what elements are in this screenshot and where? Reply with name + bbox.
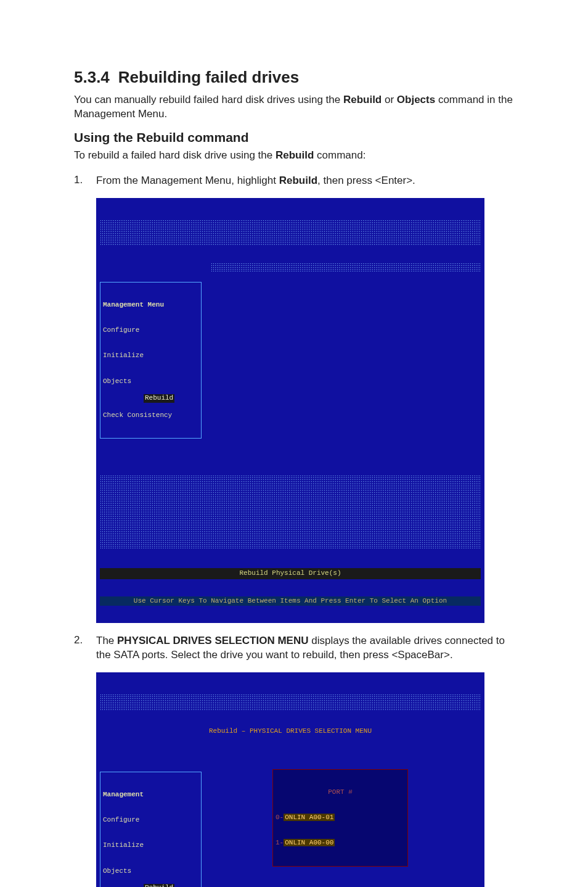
menu-item-objects[interactable]: Objects xyxy=(103,377,198,386)
sub-intro-post: command: xyxy=(314,149,365,161)
step-2-bold: PHYSICAL DRIVES SELECTION MENU xyxy=(117,635,308,646)
ss2-banner-main: PHYSICAL DRIVES SELECTION MENU xyxy=(250,727,372,735)
ss1-filler-top xyxy=(100,220,481,245)
section-title-text: Rebuilding failed drives xyxy=(118,68,299,86)
ss2-menu-col: Management Configure Initialize Objects … xyxy=(100,753,211,887)
ss2-filler-top xyxy=(100,694,481,710)
step-list: 1. From the Management Menu, highlight R… xyxy=(74,174,514,188)
menu-item-rebuild[interactable]: Rebuild xyxy=(144,394,174,403)
ss1-footer-bar: Rebuild Physical Drive(s) xyxy=(100,568,481,579)
menu2-item-objects[interactable]: Objects xyxy=(103,867,198,876)
step-1: 1. From the Management Menu, highlight R… xyxy=(74,174,514,188)
menu-item-check-consistency[interactable]: Check Consistency xyxy=(103,411,198,420)
menu2-item-configure[interactable]: Configure xyxy=(103,816,198,825)
step-2: 2. The PHYSICAL DRIVES SELECTION MENU di… xyxy=(74,634,514,662)
section-title: 5.3.4Rebuilding failed drives xyxy=(74,68,514,87)
intro-mid: or xyxy=(382,94,397,105)
ss2-top-banner: Rebuild – PHYSICAL DRIVES SELECTION MENU xyxy=(100,727,481,736)
port-selection-box[interactable]: PORT # 0-ONLIN A00-01 1-ONLIN A00-00 xyxy=(272,769,408,866)
sub-intro-pre: To rebuild a failed hard disk drive usin… xyxy=(74,149,276,161)
port-1-idx: 1- xyxy=(276,839,284,846)
step-1-post: , then press <Enter>. xyxy=(317,175,415,186)
ss1-menu-fill xyxy=(211,263,481,271)
step-list-cont: 2. The PHYSICAL DRIVES SELECTION MENU di… xyxy=(74,634,514,662)
screenshot-2: Rebuild – PHYSICAL DRIVES SELECTION MENU… xyxy=(96,672,484,887)
step-1-body: From the Management Menu, highlight Rebu… xyxy=(96,174,514,188)
port-line-1[interactable]: 1-ONLIN A00-00 xyxy=(276,839,405,848)
step-2-body: The PHYSICAL DRIVES SELECTION MENU displ… xyxy=(96,634,514,662)
ss1-menu-col: Management Menu Configure Initialize Obj… xyxy=(100,263,211,458)
port-0-status: ONLIN A00-01 xyxy=(284,814,335,821)
management-menu[interactable]: Management Menu Configure Initialize Obj… xyxy=(100,282,202,439)
step-1-number: 1. xyxy=(74,174,96,188)
port-line-0[interactable]: 0-ONLIN A00-01 xyxy=(276,814,405,822)
ss2-right-col: PORT # 0-ONLIN A00-01 1-ONLIN A00-00 xyxy=(211,753,481,887)
port-0-idx: 0- xyxy=(276,814,284,821)
ss1-menu-row: Management Menu Configure Initialize Obj… xyxy=(100,263,481,458)
screenshot-1-body: Management Menu Configure Initialize Obj… xyxy=(96,198,484,623)
subheading: Using the Rebuild command xyxy=(74,130,514,145)
menu-item-configure[interactable]: Configure xyxy=(103,326,198,335)
port-box-title: PORT # xyxy=(276,788,405,797)
step-1-pre: From the Management Menu, highlight xyxy=(96,175,279,186)
port-1-status: ONLIN A00-00 xyxy=(284,839,335,846)
section-number: 5.3.4 xyxy=(74,68,110,87)
menu2-item-initialize[interactable]: Initialize xyxy=(103,841,198,850)
intro-paragraph: You can manually rebuild failed hard dis… xyxy=(74,93,514,122)
screenshot-1: Management Menu Configure Initialize Obj… xyxy=(96,198,484,623)
step-2-pre: The xyxy=(96,635,117,646)
intro-bold-rebuild: Rebuild xyxy=(343,94,382,105)
menu2-item-rebuild[interactable]: Rebuild xyxy=(144,884,174,887)
intro-bold-objects: Objects xyxy=(397,94,435,105)
management-menu-2[interactable]: Management Configure Initialize Objects … xyxy=(100,772,202,887)
sub-intro-bold: Rebuild xyxy=(276,149,314,161)
ss2-main-row: Management Configure Initialize Objects … xyxy=(100,753,481,887)
step-2-number: 2. xyxy=(74,634,96,662)
ss1-help-bar: Use Cursor Keys To Navigate Between Item… xyxy=(100,596,481,606)
management-menu-2-title: Management xyxy=(103,791,144,798)
step-1-bold: Rebuild xyxy=(279,175,317,186)
intro-pre: You can manually rebuild failed hard dis… xyxy=(74,94,343,105)
screenshot-2-body: Rebuild – PHYSICAL DRIVES SELECTION MENU… xyxy=(96,672,484,887)
management-menu-title: Management Menu xyxy=(103,301,164,308)
ss1-filler-mid xyxy=(100,475,481,549)
menu-item-initialize[interactable]: Initialize xyxy=(103,352,198,360)
ss2-banner-prefix: Rebuild – xyxy=(209,727,250,735)
sub-intro-paragraph: To rebuild a failed hard disk drive usin… xyxy=(74,149,514,163)
